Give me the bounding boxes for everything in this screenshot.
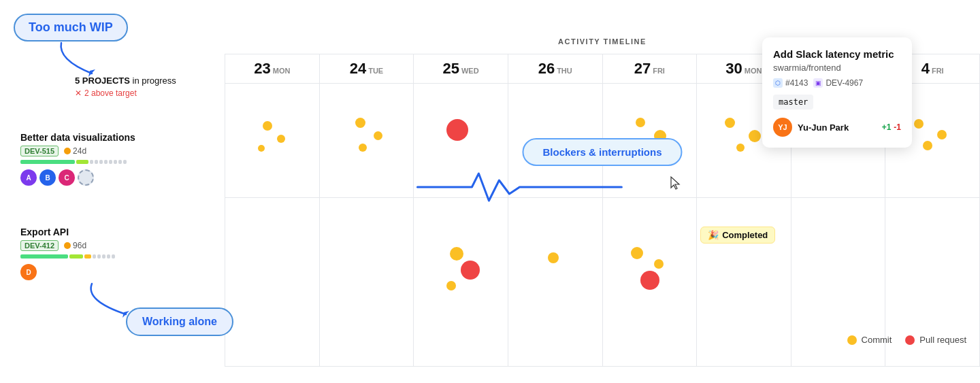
cursor: [670, 176, 682, 190]
dev-badge-2: DEV-412: [20, 240, 59, 251]
projects-info: 5 PROJECTS in progress ✕ 2 above target: [75, 76, 211, 98]
day-body-23: [225, 84, 319, 366]
tooltip-avatar: YJ: [773, 118, 792, 137]
tooltip-branch: master: [773, 95, 813, 110]
days-1: 24d: [64, 146, 86, 156]
legend-commit: Commit: [847, 335, 892, 345]
day-col-26: 26 THU: [508, 54, 603, 366]
day-col-23: 23 MON: [225, 54, 320, 366]
project-name-2: Export API: [20, 227, 211, 237]
projects-suffix: in progress: [130, 76, 176, 86]
avatar-1a: A: [20, 169, 37, 186]
completed-badge: 🎉 Completed: [700, 227, 775, 244]
tooltip-diff: +1 -1: [882, 122, 901, 132]
blockers-badge: Blockers & interruptions: [522, 138, 682, 166]
projects-count: 5 PROJECTS: [75, 76, 130, 86]
svg-marker-1: [122, 311, 129, 318]
project-name-1: Better data visualizations: [20, 132, 211, 143]
avatar-1c: C: [59, 169, 75, 186]
working-alone-area: Working alone: [126, 307, 233, 336]
day-header-24: 24 TUE: [320, 54, 414, 84]
above-target-text: 2 above target: [84, 88, 137, 98]
project-row-1: Better data visualizations DEV-515 24d A…: [14, 132, 211, 186]
dev-badge-1: DEV-515: [20, 146, 59, 156]
orange-circle-2: [64, 242, 71, 249]
tooltip-user-info: YJ Yu-Jun Park: [773, 118, 849, 137]
above-target-line: ✕ 2 above target: [75, 88, 211, 98]
tooltip-tag-issue: ▣ DEV-4967: [813, 78, 863, 88]
svg-marker-0: [88, 69, 95, 77]
pull-request-label: Pull request: [919, 335, 966, 345]
tooltip-tags: ⬡ #4143 ▣ DEV-4967: [773, 78, 901, 88]
tooltip-title: Add Slack latency metric: [773, 48, 901, 60]
legend: Commit Pull request: [847, 335, 966, 345]
working-alone-arrow: [82, 277, 136, 318]
avatar-placeholder-1: [78, 169, 94, 186]
wip-badge: Too much WIP: [14, 14, 128, 41]
project-row-2: Export API DEV-412 96d D: [14, 227, 211, 280]
avatar-1b: B: [39, 169, 56, 186]
day-header-26: 26 THU: [508, 54, 602, 84]
day-col-24: 24 TUE: [320, 54, 414, 366]
tooltip-repo: swarmia/frontend: [773, 63, 901, 73]
legend-pull-request: Pull request: [905, 335, 966, 345]
avatar-2a: D: [20, 264, 37, 280]
pull-request-dot: [905, 335, 915, 345]
tooltip-card: Add Slack latency metric swarmia/fronten…: [762, 37, 912, 148]
progress-bar-2: [20, 254, 211, 259]
working-alone-badge: Working alone: [126, 307, 233, 336]
project-meta-2: DEV-412 96d: [20, 240, 211, 251]
day-body-25: [414, 84, 508, 366]
commit-dot: [847, 335, 857, 345]
day-body-26: [508, 84, 602, 366]
project-meta-1: DEV-515 24d: [20, 146, 211, 156]
day-header-23: 23 MON: [225, 54, 319, 84]
heartbeat-line: [414, 170, 625, 204]
tooltip-username: Yu-Jun Park: [798, 122, 849, 133]
day-col-27: 27 FRI: [603, 54, 698, 366]
commit-label: Commit: [862, 335, 892, 345]
days-2: 96d: [64, 241, 86, 250]
diff-plus: +1: [882, 122, 892, 132]
day-body-24: [320, 84, 414, 366]
day-header-27: 27 FRI: [603, 54, 697, 84]
day-col-25: 25 WED: [414, 54, 508, 366]
issue-tag-icon: ▣: [813, 78, 823, 88]
tooltip-user: YJ Yu-Jun Park +1 -1: [773, 118, 901, 137]
day-body-27: [603, 84, 697, 366]
arrow-wip: [54, 39, 95, 77]
projects-count-line: 5 PROJECTS in progress: [75, 76, 211, 86]
avatars-1: A B C: [20, 169, 211, 186]
orange-circle-1: [64, 148, 71, 154]
day-header-25: 25 WED: [414, 54, 508, 84]
commit-tag-icon: ⬡: [773, 78, 783, 88]
diff-minus: -1: [894, 122, 901, 132]
tooltip-tag-commit: ⬡ #4143: [773, 78, 808, 88]
progress-bar-1: [20, 160, 211, 164]
